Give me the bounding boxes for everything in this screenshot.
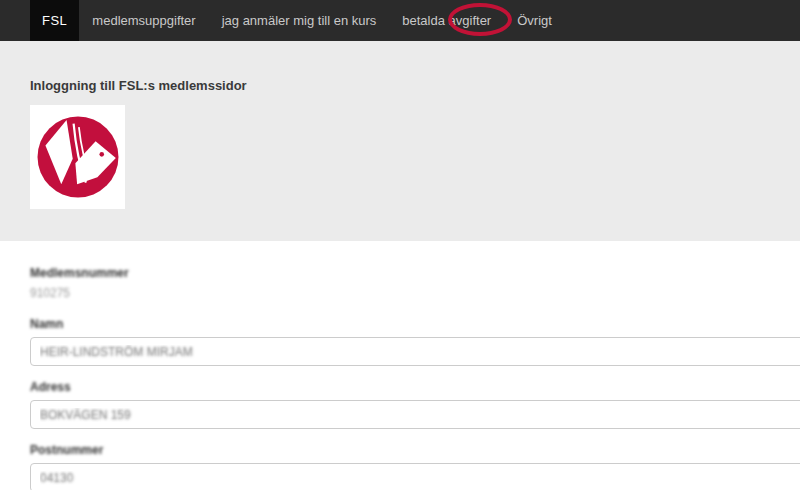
member-info-form: Medlemsnummer 910275 Namn Adress Postnum…: [0, 241, 800, 490]
nav-item-ovrigt[interactable]: Övrigt: [504, 0, 565, 41]
nav-brand-fsl[interactable]: FSL: [30, 0, 79, 41]
nav-item-betalda-avgifter[interactable]: betalda avgifter: [389, 0, 504, 41]
namn-label: Namn: [30, 317, 800, 331]
nav-item-kursanmalan[interactable]: jag anmäler mig till en kurs: [209, 0, 390, 41]
medlemsnummer-label: Medlemsnummer: [30, 266, 800, 280]
medlemsnummer-value: 910275: [30, 286, 800, 300]
top-navbar: FSL medlemsuppgifter jag anmäler mig til…: [0, 0, 800, 41]
nav-item-medlemsuppgifter[interactable]: medlemsuppgifter: [79, 0, 208, 41]
namn-input[interactable]: [30, 337, 800, 366]
fsl-logo: [30, 105, 125, 209]
fsl-bird-book-logo-icon: [34, 113, 122, 201]
adress-label: Adress: [30, 380, 800, 394]
page-title: Inloggning till FSL:s medlemssidor: [30, 41, 770, 93]
adress-input[interactable]: [30, 400, 800, 429]
postnummer-input[interactable]: [30, 463, 800, 490]
postnummer-label: Postnummer: [30, 443, 800, 457]
hero-section: Inloggning till FSL:s medlemssidor: [0, 41, 800, 241]
